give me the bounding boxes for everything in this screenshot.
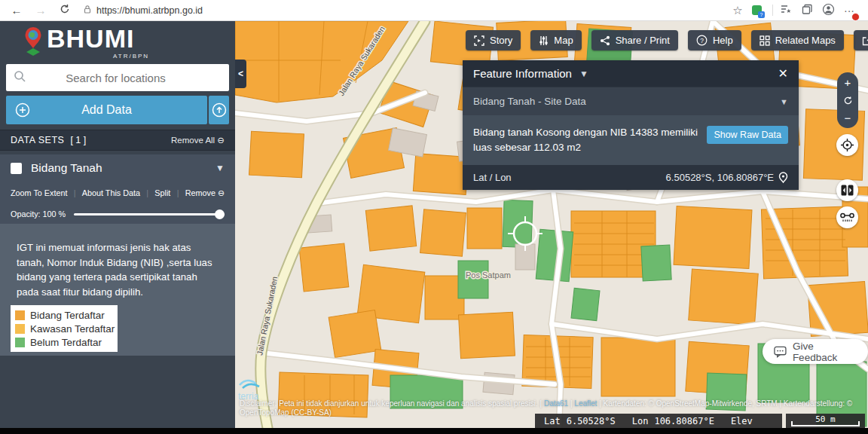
show-raw-data-button[interactable]: Show Raw Data: [707, 126, 788, 144]
elev-label: Elev: [731, 416, 753, 426]
address-bar[interactable]: https://bhumi.atrbpn.go.id: [96, 5, 203, 16]
browser-refresh-icon[interactable]: [57, 4, 72, 17]
legend-item: Kawasan Terdaftar: [15, 322, 113, 335]
dataset-description-area: IGT ini memuat informasi jenis hak atas …: [0, 224, 235, 356]
dataset-description: IGT ini memuat informasi jenis hak atas …: [17, 240, 219, 299]
layer-visibility-checkbox[interactable]: [11, 163, 22, 174]
help-button[interactable]: ? Help: [688, 30, 741, 50]
feature-dataset-row[interactable]: Bidang Tanah - Site Data ▼: [463, 87, 799, 115]
datasets-label: DATA SETS: [11, 135, 64, 145]
story-label: Story: [490, 35, 512, 46]
close-feature-panel-icon[interactable]: ✕: [778, 66, 788, 81]
cursor-position-readout: Lat 6.50528°S Lon 106.80867°E Elev: [535, 414, 782, 428]
feature-panel-header: Feature Information ▼ ✕: [463, 60, 799, 87]
map-scale-bar: 50 m: [786, 414, 865, 428]
about-this-data-button[interactable]: About This Data: [82, 188, 140, 197]
search-input[interactable]: [26, 71, 229, 85]
related-maps-button[interactable]: Related Maps: [751, 30, 844, 50]
zoom-in-button[interactable]: +: [845, 78, 851, 87]
reset-view-button[interactable]: [843, 96, 853, 105]
feature-panel-caret-icon[interactable]: ▼: [579, 69, 588, 79]
datasets-header: DATA SETS [ 1 ] Remove All ⊖: [0, 130, 235, 151]
add-data-label: Add Data: [81, 103, 132, 117]
lon-label: Lon: [632, 416, 649, 426]
collapse-sidebar-button[interactable]: <: [235, 60, 246, 88]
zoom-to-extent-button[interactable]: Zoom To Extent: [11, 188, 67, 197]
legend-swatch-bidang: [15, 310, 25, 320]
give-feedback-button[interactable]: Give Feedback: [763, 339, 868, 364]
about-button[interactable]: About: [854, 30, 868, 50]
feature-panel-title: Feature Information: [473, 67, 572, 80]
zoom-out-button[interactable]: −: [845, 113, 851, 123]
opacity-slider-handle[interactable]: [215, 209, 225, 219]
search-icon: [14, 70, 26, 86]
logo-title: BHUMI: [47, 24, 134, 53]
layer-legend: Bidang Terdaftar Kawasan Terdaftar Belum…: [11, 305, 118, 352]
terria-logo[interactable]: terria: [238, 378, 261, 402]
split-compare-button[interactable]: [836, 179, 858, 201]
remove-dataset-button[interactable]: Remove ⊖: [185, 188, 225, 198]
window-bottom-edge: [0, 428, 868, 434]
data61-link[interactable]: Data61: [544, 399, 568, 408]
split-button[interactable]: Split: [154, 188, 170, 197]
action-divider: |: [74, 188, 76, 197]
extension-badge: ?: [758, 11, 765, 18]
bhumi-pin-icon: [23, 26, 44, 60]
feedback-label: Give Feedback: [793, 341, 857, 363]
legend-swatch-belum: [15, 338, 25, 347]
measure-tool-button[interactable]: [836, 206, 858, 228]
compare-icon: [841, 185, 854, 196]
dataset-title-row[interactable]: Bidang Tanah ▼: [0, 154, 235, 182]
legend-label: Bidang Terdaftar: [30, 310, 105, 321]
geolocate-button[interactable]: [836, 134, 858, 156]
collections-icon[interactable]: [799, 4, 815, 17]
app-window: ← → https://bhumi.atrbpn.go.id ☆ ? ···: [0, 0, 868, 434]
settings-menu-icon[interactable]: ···: [841, 5, 857, 17]
scale-line: [791, 421, 860, 426]
notification-badge: [851, 13, 860, 21]
opacity-slider[interactable]: [74, 213, 225, 215]
favorites-star-icon[interactable]: ☆: [729, 4, 746, 17]
story-button[interactable]: Story: [466, 30, 521, 50]
browser-extension-icon[interactable]: ?: [752, 5, 762, 15]
lock-icon: [83, 4, 92, 17]
action-divider: |: [146, 188, 148, 197]
related-maps-grid-icon: [760, 35, 770, 46]
datasets-count: [ 1 ]: [70, 135, 86, 145]
target-icon: [840, 138, 854, 152]
map-label: Map: [554, 35, 573, 46]
feature-panel-body: Bidang tanah Kosong dengan NIB 14383 mem…: [463, 115, 799, 165]
terria-waves-icon: [238, 378, 261, 389]
remove-all-button[interactable]: Remove All ⊖: [171, 135, 225, 145]
plus-circle-icon: [15, 102, 30, 121]
collapse-dataset-icon[interactable]: ▼: [215, 163, 225, 173]
feedback-bubble-icon: [774, 346, 787, 358]
dataset-actions: Zoom To Extent | About This Data | Split…: [0, 182, 235, 204]
legend-item: Belum Terdaftar: [15, 335, 113, 349]
profile-avatar-icon[interactable]: [820, 3, 836, 18]
browser-toolbar: ← → https://bhumi.atrbpn.go.id ☆ ? ···: [0, 0, 868, 21]
legend-label: Kawasan Terdaftar: [30, 323, 115, 335]
favorites-list-icon[interactable]: [778, 4, 794, 17]
zoom-control: + −: [837, 72, 858, 128]
share-print-button[interactable]: Share / Print: [591, 30, 678, 50]
svg-text:?: ?: [700, 37, 704, 44]
upload-data-button[interactable]: [209, 96, 229, 124]
feature-dataset-caret-icon[interactable]: ▼: [780, 97, 788, 106]
action-divider: |: [177, 188, 179, 197]
location-search-box: [6, 64, 229, 91]
opacity-label: Opacity: 100 %: [11, 209, 74, 219]
leaflet-link[interactable]: Leaflet: [574, 399, 597, 408]
workbench-item-bidang-tanah: Bidang Tanah ▼ Zoom To Extent | About Th…: [0, 154, 235, 356]
story-icon: [474, 35, 484, 46]
map-toolbar: Story Map Share / Print ? Help Related M…: [466, 30, 868, 50]
map-settings-button[interactable]: Map: [530, 30, 581, 50]
location-pin-icon[interactable]: [778, 172, 788, 183]
add-data-button[interactable]: Add Data: [6, 96, 207, 124]
opacity-row: Opacity: 100 %: [0, 204, 235, 224]
help-label: Help: [713, 35, 733, 46]
related-maps-label: Related Maps: [775, 35, 836, 46]
browser-back-icon[interactable]: ←: [9, 4, 24, 17]
latlon-value: 6.50528°S, 106.80867°E: [666, 172, 774, 183]
measure-icon: [840, 212, 854, 223]
